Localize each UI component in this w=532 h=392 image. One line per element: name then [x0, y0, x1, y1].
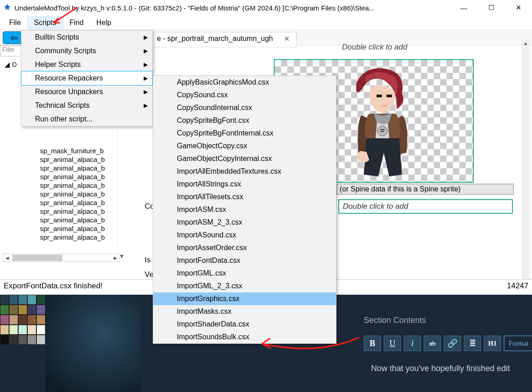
tree-item[interactable]: spr_animal_alpaca_b [5, 207, 122, 216]
repacker-script-item[interactable]: ImportAllEmbeddedTextures.csx [153, 165, 336, 178]
scroll-left-icon[interactable]: ◂ [3, 254, 11, 262]
scripts-menu-item[interactable]: Resource Repackers▶ [21, 71, 152, 85]
bold-button[interactable]: B [364, 336, 381, 351]
repacker-script-item[interactable]: ImportGML_2_3.csx [153, 280, 336, 292]
repacker-script-item[interactable]: CopySoundInternal.csx [153, 101, 336, 114]
editor-content[interactable]: Now that you've hopefully finished edit [371, 364, 526, 373]
scroll-down-icon[interactable]: ▾ [120, 252, 124, 260]
h1-button[interactable]: H1 [484, 336, 501, 351]
palette-swatch[interactable] [27, 305, 36, 315]
repacker-script-item[interactable]: ImportAllStrings.csx [153, 178, 336, 191]
truncated-label: Ve [145, 270, 154, 279]
palette-swatch[interactable] [36, 295, 45, 305]
repacker-script-item[interactable]: GameObjectCopyInternal.csx [153, 152, 336, 165]
repacker-script-item[interactable]: ImportAssetOrder.csx [153, 241, 336, 254]
scripts-menu-item[interactable]: Technical Scripts▶ [21, 99, 152, 112]
status-text: ExportFontData.csx finished! [4, 281, 102, 292]
palette-swatch[interactable] [0, 335, 9, 345]
tab-label: e - spr_portrait_march_autumn_ugh [157, 35, 273, 43]
tab-close-icon[interactable]: ✕ [284, 35, 290, 43]
minimize-button[interactable]: — [450, 0, 477, 15]
palette-swatch[interactable] [27, 315, 36, 325]
scripts-menu-item[interactable]: Community Scripts▶ [21, 44, 152, 58]
palette-swatch[interactable] [0, 315, 9, 325]
maximize-button[interactable]: ☐ [477, 0, 505, 15]
repacker-script-item[interactable]: ImportASM_2_3.csx [153, 216, 336, 229]
tree-item[interactable]: spr_animal_alpaca_b [5, 172, 122, 181]
tree-item[interactable]: spr_animal_alpaca_b [5, 190, 122, 198]
menu-find[interactable]: Find [63, 17, 90, 29]
repacker-script-item[interactable]: CopySound.csx [153, 89, 336, 101]
tree-item[interactable]: spr_animal_alpaca_b [5, 224, 122, 233]
menu-scripts[interactable]: Scripts [27, 16, 63, 29]
tree-item[interactable]: spr_animal_alpaca_b [5, 216, 122, 224]
repacker-script-item[interactable]: ImportMasks.csx [153, 305, 336, 318]
tab-sprite[interactable]: e - spr_portrait_march_autumn_ugh ✕ [150, 32, 296, 46]
scripts-menu-item[interactable]: Run other script... [21, 112, 152, 126]
link-button[interactable]: 🔗 [444, 336, 461, 351]
add-texture-bottom[interactable]: Double click to add [338, 199, 513, 214]
palette-swatch[interactable] [0, 295, 9, 305]
window-title: UndertaleModTool by krzys_h v:0.5.1.0 - … [15, 4, 450, 12]
tree-item[interactable]: sp_mask_furniture_b [5, 146, 122, 155]
list-button[interactable]: ≣ [464, 336, 481, 351]
italic-button[interactable]: i [404, 336, 421, 351]
scripts-dropdown[interactable]: Builtin Scripts▶Community Scripts▶Helper… [21, 30, 153, 126]
repacker-script-item[interactable]: ImportAllTilesets.csx [153, 191, 336, 203]
palette-swatch[interactable] [36, 315, 45, 325]
scroll-thumb[interactable] [12, 255, 62, 261]
repacker-script-item[interactable]: ApplyBasicGraphicsMod.csx [153, 76, 336, 89]
palette-swatch[interactable] [36, 305, 45, 315]
tree-item[interactable]: spr_animal_alpaca_b [5, 155, 122, 164]
tree-item[interactable]: spr_animal_alpaca_b [5, 181, 122, 190]
tree-item[interactable]: spr_animal_alpaca_b [5, 164, 122, 172]
tree-item[interactable]: spr_animal_alpaca_b [5, 233, 122, 241]
palette-swatch[interactable] [9, 295, 18, 305]
menu-file[interactable]: File [3, 17, 27, 29]
tree-item[interactable]: spr_animal_alpaca_b [5, 198, 122, 207]
palette-swatch[interactable] [27, 325, 36, 335]
palette-swatch[interactable] [18, 315, 27, 325]
scripts-menu-item[interactable]: Resource Unpackers▶ [21, 85, 152, 99]
repacker-script-item[interactable]: ImportASM.csx [153, 203, 336, 216]
repacker-script-item[interactable]: ImportGML.csx [153, 267, 336, 280]
underline-button[interactable]: U [384, 336, 401, 351]
palette-swatch[interactable] [9, 335, 18, 345]
add-texture-top[interactable]: Double click to add [338, 41, 513, 54]
repacker-script-item[interactable]: ImportGraphics.csx [153, 292, 336, 305]
palette-swatch[interactable] [18, 325, 27, 335]
format-dropdown[interactable]: Format [504, 336, 532, 351]
scripts-menu-item[interactable]: Builtin Scripts▶ [21, 30, 152, 44]
palette-swatch[interactable] [9, 305, 18, 315]
palette-swatch[interactable] [0, 305, 9, 315]
repacker-script-item[interactable]: ImportSoundsBulk.csx [153, 331, 336, 343]
menubar: File Scripts Find Help [0, 15, 532, 30]
palette-swatch[interactable] [36, 325, 45, 335]
palette-swatch[interactable] [27, 335, 36, 345]
repacker-script-item[interactable]: ImportFontData.csx [153, 254, 336, 267]
repacker-script-item[interactable]: GameObjectCopy.csx [153, 140, 336, 152]
repacker-script-item[interactable]: CopySpriteBgFontInternal.csx [153, 127, 336, 140]
main-vscrollbar[interactable]: ▴ [521, 40, 530, 286]
palette-swatch[interactable] [18, 335, 27, 345]
repacker-script-item[interactable]: ImportASound.csx [153, 229, 336, 241]
menu-help[interactable]: Help [90, 17, 118, 29]
scroll-right-icon[interactable]: ▸ [111, 254, 120, 262]
palette-swatch[interactable] [9, 325, 18, 335]
tree-hscrollbar[interactable]: ◂ ▸ [3, 254, 120, 262]
resource-repackers-submenu[interactable]: ApplyBasicGraphicsMod.csxCopySound.csxCo… [153, 75, 336, 344]
palette-swatch[interactable] [9, 315, 18, 325]
repacker-script-item[interactable]: ImportShaderData.csx [153, 318, 336, 331]
submenu-arrow-icon: ▶ [144, 34, 148, 40]
scripts-menu-item[interactable]: Helper Scripts▶ [21, 58, 152, 71]
palette-swatch[interactable] [18, 305, 27, 315]
palette-swatch[interactable] [27, 295, 36, 305]
palette-swatch[interactable] [0, 325, 9, 335]
repacker-script-item[interactable]: CopySpriteBgFont.csx [153, 114, 336, 127]
scroll-up-icon[interactable]: ▴ [521, 40, 530, 46]
palette-swatch[interactable] [36, 335, 45, 345]
palette-swatch[interactable] [18, 295, 27, 305]
close-window-button[interactable]: ✕ [505, 0, 532, 15]
color-palette[interactable] [0, 295, 45, 386]
strike-button[interactable]: ab [424, 336, 441, 351]
